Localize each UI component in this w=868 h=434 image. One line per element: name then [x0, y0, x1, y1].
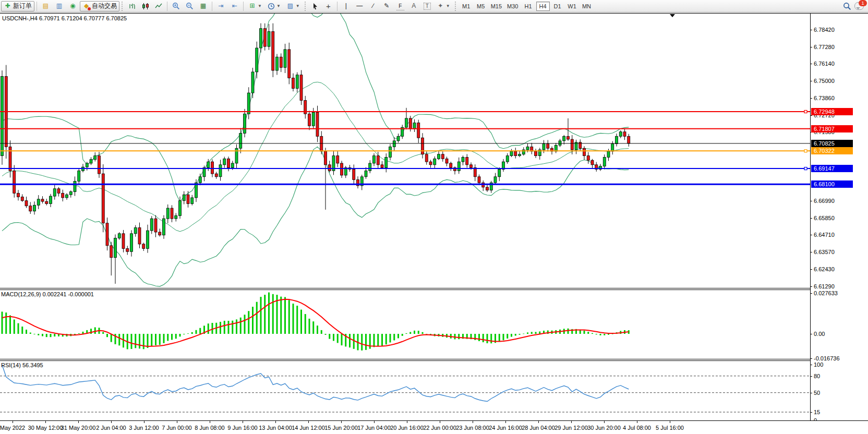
chart-shift-button[interactable]: ⇤ [228, 1, 241, 11]
macd-histogram-bar [2, 311, 3, 334]
market-watch-button[interactable]: ▥ [53, 1, 66, 11]
time-axis-tick [210, 421, 210, 423]
candle-body [203, 168, 206, 177]
zoom-out-button[interactable] [183, 1, 196, 11]
arrows-button[interactable]: ✦▼ [434, 1, 453, 11]
candle-body [25, 201, 28, 206]
auto-scroll-icon: ⇥ [217, 2, 225, 10]
candlestick-chart-icon [142, 3, 149, 10]
timeframe-m1[interactable]: M1 [460, 2, 473, 11]
macd-histogram-bar [325, 334, 327, 335]
candle-body [296, 75, 298, 89]
macd-histogram-bar [337, 334, 339, 343]
timeframe-h1[interactable]: H1 [522, 2, 535, 11]
timeframe-d1[interactable]: D1 [551, 2, 564, 11]
candle-body [37, 199, 40, 205]
zoom-in-icon [172, 2, 180, 10]
candlestick-chart-button[interactable] [139, 1, 152, 11]
candle-body [219, 165, 222, 177]
rsi-axis-label: 50 [814, 390, 820, 396]
price-level-badge[interactable]: 6.69147 [811, 165, 853, 172]
chart-shift-marker[interactable] [670, 14, 675, 20]
price-level-badge[interactable]: 6.71807 [811, 125, 853, 132]
zoom-in-button[interactable] [170, 1, 183, 11]
price-level-badge[interactable]: 6.70322 [811, 147, 853, 154]
timeframe-w1[interactable]: W1 [565, 2, 579, 11]
candle-body [9, 147, 11, 171]
candle-body [535, 151, 537, 156]
timeframe-h4[interactable]: H4 [536, 2, 550, 11]
candle-body [102, 174, 104, 223]
bar-chart-button[interactable] [126, 1, 139, 11]
candle-body [526, 147, 529, 150]
price-level-badge[interactable]: 6.68100 [811, 180, 853, 188]
timeframe-mn[interactable]: MN [580, 2, 594, 11]
trendline-button[interactable]: ∕ [367, 1, 380, 11]
channel-icon: ✎ [383, 2, 391, 10]
autotrade-button[interactable]: ◆ 自动交易 [80, 1, 119, 11]
candle-body [377, 156, 379, 165]
clock-icon [268, 3, 275, 10]
main-chart-pane[interactable] [0, 14, 810, 288]
candle-body [292, 78, 295, 88]
timeframe-m30[interactable]: M30 [505, 2, 520, 11]
new-order-button[interactable]: ✚ 新订单 [1, 1, 34, 11]
auto-scroll-button[interactable]: ⇥ [214, 1, 227, 11]
price-level-badge[interactable]: 6.72948 [811, 108, 853, 115]
templates-button[interactable]: ▨▼ [284, 1, 303, 11]
candle-body [94, 156, 97, 160]
timeframe-m5[interactable]: M5 [474, 2, 488, 11]
line-chart-button[interactable] [152, 1, 165, 11]
chart-shift-icon: ⇤ [231, 2, 238, 10]
candle-body [591, 160, 594, 165]
new-order-icon: ✚ [4, 2, 11, 10]
bollinger-upper-band [2, 14, 629, 202]
macd-histogram-bar [487, 334, 488, 343]
macd-histogram-bar [490, 334, 492, 343]
crosshair-button[interactable]: + [322, 1, 335, 11]
pane-separator[interactable] [0, 288, 810, 288]
candle-body [74, 181, 76, 191]
pane-separator[interactable] [0, 359, 810, 359]
vertical-line-button[interactable]: | [340, 1, 353, 11]
chat-icon[interactable]: 1 [854, 2, 864, 10]
current-price-badge[interactable]: 6.70825 [811, 140, 853, 147]
channel-button[interactable]: ✎ [380, 1, 393, 11]
time-axis-label: 7 Jun 00:00 [162, 425, 192, 431]
time-axis-tick [473, 421, 473, 423]
price-axis-line [810, 13, 811, 420]
candle-body [110, 246, 113, 258]
indicators-button[interactable]: ⊞▼ [246, 1, 264, 11]
candle-body [498, 169, 501, 176]
candle-body [260, 29, 262, 48]
fibonacci-button[interactable]: F [394, 1, 407, 11]
tile-windows-button[interactable]: ▦ [197, 1, 210, 11]
text-label-button[interactable]: T [421, 1, 433, 11]
charts-button[interactable]: ▤ [39, 1, 52, 11]
text-button[interactable]: A [407, 1, 420, 11]
timeframe-m15[interactable]: M15 [489, 2, 504, 11]
macd-histogram-bar [143, 334, 144, 349]
time-axis-tick [144, 421, 144, 423]
candle-body [17, 193, 20, 197]
rsi-pane[interactable] [0, 361, 810, 420]
time-axis-tick [637, 421, 637, 423]
horizontal-line-button[interactable]: — [353, 1, 366, 11]
macd-histogram-bar [21, 327, 23, 334]
macd-histogram-bar [305, 314, 306, 334]
macd-pane[interactable] [0, 290, 810, 358]
macd-histogram-bar [18, 323, 19, 334]
candle-body [138, 227, 141, 244]
price-axis-tick [810, 286, 812, 287]
periods-button[interactable]: ▼ [265, 1, 283, 11]
cursor-button[interactable] [309, 1, 321, 11]
price-axis-label: 6.61290 [814, 283, 835, 290]
candle-body [251, 72, 254, 93]
time-axis[interactable]: May 202230 May 12:0031 May 20:002 Jun 04… [0, 420, 868, 434]
search-icon[interactable] [843, 2, 851, 10]
candle-body [268, 31, 270, 46]
price-axis-label: 6.77280 [814, 44, 835, 50]
time-axis-tick [374, 421, 375, 423]
signals-button[interactable]: ◉ [66, 1, 79, 11]
macd-histogram-bar [409, 332, 411, 333]
